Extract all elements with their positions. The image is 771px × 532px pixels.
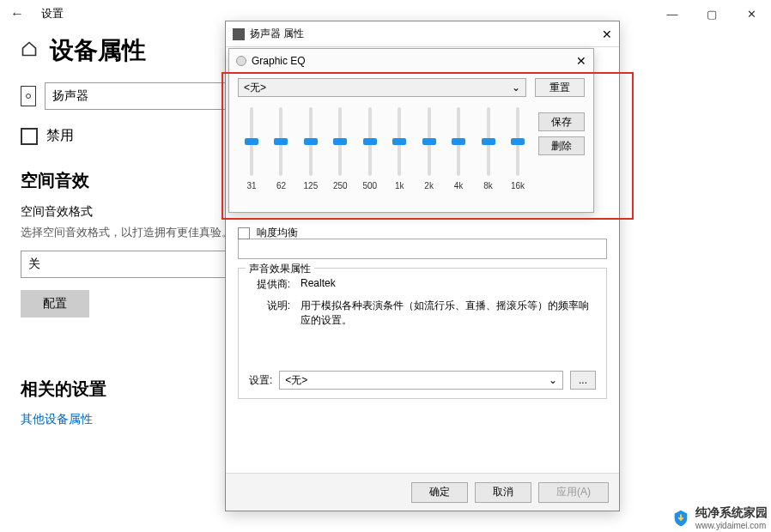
eq-close-button[interactable]: ✕ — [576, 54, 586, 68]
home-icon[interactable] — [21, 40, 38, 61]
eq-slider[interactable]: 16k — [506, 107, 530, 190]
ok-button[interactable]: 确定 — [411, 482, 468, 503]
graphic-eq-dialog: Graphic EQ ✕ <无> ⌄ 重置 31 62 125 250 500 … — [228, 48, 594, 213]
eq-preset-dropdown[interactable]: <无> ⌄ — [238, 78, 526, 97]
eq-sliders: 31 62 125 250 500 1k 2k 4k 8k 16k — [238, 104, 531, 190]
provider-row: 提供商: Realtek — [249, 277, 596, 292]
eq-side-buttons: 保存 删除 — [538, 104, 585, 190]
freq-label: 1k — [395, 181, 404, 190]
eq-top-row: <无> ⌄ 重置 — [238, 78, 585, 97]
eq-save-button[interactable]: 保存 — [538, 112, 585, 131]
setting-label: 设置: — [249, 373, 272, 388]
freq-label: 250 — [333, 181, 348, 190]
eq-slider[interactable]: 250 — [328, 107, 352, 190]
configure-button[interactable]: 配置 — [21, 290, 89, 317]
window-title: 设置 — [41, 6, 64, 21]
minimize-button[interactable]: — — [653, 0, 692, 27]
group-title: 声音效果属性 — [246, 262, 314, 276]
speaker-icon — [21, 86, 36, 106]
speaker-dialog-close[interactable]: ✕ — [602, 27, 612, 41]
setting-value: <无> — [285, 373, 307, 388]
speaker-dialog-title: 扬声器 属性 — [250, 27, 304, 41]
freq-label: 62 — [276, 181, 286, 190]
eq-titlebar: Graphic EQ ✕ — [229, 49, 593, 73]
eq-slider[interactable]: 125 — [299, 107, 323, 190]
eq-slider[interactable]: 62 — [269, 107, 293, 190]
spatial-value: 关 — [28, 257, 40, 272]
setting-row: 设置: <无> ⌄ ... — [249, 371, 596, 390]
loudness-checkbox[interactable] — [238, 227, 250, 239]
window-controls: — ▢ ✕ — [653, 0, 771, 27]
provider-label: 提供商: — [249, 277, 290, 292]
eq-slider[interactable]: 31 — [240, 107, 264, 190]
eq-main: 31 62 125 250 500 1k 2k 4k 8k 16k 保存 删除 — [238, 104, 585, 190]
eq-slider[interactable]: 8k — [477, 107, 501, 190]
loudness-label: 响度均衡 — [257, 226, 298, 240]
speaker-dialog-icon — [233, 28, 245, 40]
device-name: 扬声器 — [52, 88, 88, 104]
watermark-text: 纯净系统家园 — [695, 505, 768, 519]
description-row: 说明: 用于模拟各种表演条件（如流行乐、直播、摇滚乐等）的频率响应的设置。 — [249, 299, 596, 328]
eq-reset-button[interactable]: 重置 — [535, 78, 585, 97]
spatial-format-dropdown[interactable]: 关 ⌄ — [21, 251, 244, 278]
freq-label: 8k — [483, 181, 493, 190]
eq-title: Graphic EQ — [252, 55, 306, 67]
watermark-url: www.yidaimei.com — [695, 521, 768, 530]
other-properties-link[interactable]: 其他设备属性 — [21, 412, 93, 426]
effects-list-border — [238, 239, 607, 259]
page-title: 设备属性 — [50, 34, 146, 67]
eq-body: <无> ⌄ 重置 31 62 125 250 500 1k 2k 4k 8k 1… — [229, 73, 593, 194]
description-label: 说明: — [249, 299, 290, 328]
speaker-dialog-titlebar: 扬声器 属性 ✕ — [226, 21, 619, 47]
eq-icon — [236, 56, 246, 66]
freq-label: 4k — [454, 181, 464, 190]
setting-more-button[interactable]: ... — [570, 371, 596, 390]
disable-label: 禁用 — [46, 127, 74, 145]
maximize-button[interactable]: ▢ — [692, 0, 732, 27]
freq-label: 31 — [246, 181, 256, 190]
freq-label: 500 — [362, 181, 377, 190]
close-button[interactable]: ✕ — [732, 0, 771, 27]
chevron-down-icon: ⌄ — [512, 82, 520, 94]
description-value: 用于模拟各种表演条件（如流行乐、直播、摇滚乐等）的频率响应的设置。 — [301, 299, 596, 328]
watermark: 纯净系统家园 www.yidaimei.com — [671, 505, 768, 530]
eq-slider[interactable]: 2k — [417, 107, 441, 190]
setting-dropdown[interactable]: <无> ⌄ — [279, 371, 563, 390]
provider-value: Realtek — [301, 277, 596, 292]
chevron-down-icon: ⌄ — [549, 374, 557, 386]
eq-slider[interactable]: 500 — [358, 107, 382, 190]
freq-label: 16k — [511, 181, 525, 190]
speaker-dialog-footer: 确定 取消 应用(A) — [226, 473, 619, 511]
eq-slider[interactable]: 4k — [446, 107, 470, 190]
apply-button[interactable]: 应用(A) — [538, 482, 609, 503]
eq-delete-button[interactable]: 删除 — [538, 136, 585, 155]
eq-preset-value: <无> — [244, 81, 266, 95]
sound-effect-group: 声音效果属性 提供商: Realtek 说明: 用于模拟各种表演条件（如流行乐、… — [238, 268, 607, 399]
cancel-button[interactable]: 取消 — [475, 482, 531, 503]
freq-label: 125 — [304, 181, 319, 190]
disable-checkbox[interactable] — [21, 128, 38, 145]
eq-slider[interactable]: 1k — [387, 107, 411, 190]
freq-label: 2k — [424, 181, 434, 190]
watermark-icon — [671, 509, 690, 528]
back-button[interactable]: ← — [7, 6, 27, 21]
spatial-help-text: 选择空间音效格式，以打造拥有更佳真验。 — [21, 225, 244, 240]
